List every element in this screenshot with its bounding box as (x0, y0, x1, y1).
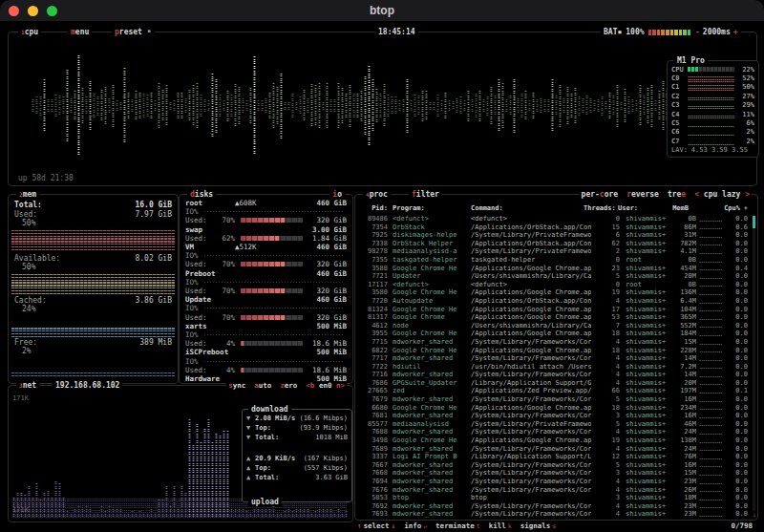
process-scrollbar-thumb[interactable] (753, 216, 756, 228)
tree-toggle[interactable]: tree (668, 190, 686, 199)
interval-minus-button[interactable]: - (695, 28, 700, 36)
cpu-sparkline (696, 371, 725, 379)
select-control[interactable]: ↑ select ↓ (357, 521, 395, 530)
user-cell: shivammis+ (620, 445, 669, 454)
process-row[interactable]: 89486<defunct><defunct>0shivammis+0B0.0 (359, 215, 748, 223)
process-row[interactable]: 6680Google Chrome He/Applications/Google… (359, 404, 748, 413)
cpu-graph-column (253, 56, 256, 154)
process-row[interactable]: 7722hdiutil/usr/bin/hdiutil attach /User… (359, 363, 748, 372)
process-box-title[interactable]: 4proc (363, 190, 391, 199)
cpu-box-title[interactable]: 1cpu (18, 28, 41, 36)
header-command[interactable]: Command: (465, 204, 584, 213)
process-row[interactable]: 7354OrbStack/Applications/OrbStack.app/C… (359, 223, 748, 232)
cpu-sparkline (696, 395, 725, 404)
cpu-graph-column (360, 89, 363, 121)
cpu-graph-column (517, 97, 520, 113)
header-pid[interactable]: Pid: (359, 204, 388, 213)
process-row[interactable]: 7720Autoupdate/Applications/OrbStack.app… (359, 297, 748, 306)
process-row[interactable]: 7668mdworker_shared/System/Library/Frame… (359, 469, 748, 478)
process-row[interactable]: 81317Google Chrome/Applications/Google C… (359, 313, 748, 322)
program-cell: mdworker_shared (388, 338, 465, 347)
per-core-toggle[interactable]: per-core (582, 190, 619, 199)
process-row[interactable]: 7721Updater/Users/shivammishra/Library/C… (359, 272, 748, 281)
network-box-title[interactable]: 3net (16, 381, 39, 390)
command-cell: /Applications/Zed Preview.app/Conten (465, 387, 591, 395)
process-row[interactable]: 7717mdworker_shared/System/Library/Frame… (359, 354, 748, 363)
mem-cell: 0B (669, 281, 696, 289)
cpu-cores-box: M1 Pro CPU22%C052%C150%C227%C329%C411%C5… (667, 60, 759, 158)
signals-button[interactable]: signalss (520, 521, 557, 530)
process-row[interactable]: 3498Google Chrome He/Applications/Google… (359, 436, 748, 445)
menu-button[interactable]: menu (68, 28, 92, 36)
reverse-toggle[interactable]: reverse (626, 190, 659, 199)
header-threads[interactable]: Threads: (584, 204, 612, 213)
program-cell: mediaanalysisd-a (388, 247, 465, 256)
process-row[interactable]: 7689mdworker_shared/System/Library/Frame… (359, 445, 748, 454)
net-graph-column (196, 423, 199, 517)
header-memb[interactable]: MemB (662, 204, 689, 213)
process-row[interactable]: 3588Google Chrome He/Applications/Google… (359, 265, 748, 273)
header-cpu[interactable]: Cpu% (717, 204, 740, 213)
process-row[interactable]: 3955Google Chrome He/Applications/Google… (359, 330, 748, 338)
process-row[interactable]: 7676mdworker_shared/System/Library/Frame… (359, 486, 748, 495)
cpu-graph-column (291, 93, 294, 117)
filter-button[interactable]: filter (409, 190, 442, 199)
threads-cell: 5 (591, 461, 620, 470)
process-row[interactable]: 81324Google Chrome He/Applications/Googl… (359, 306, 748, 314)
process-row[interactable]: 7681mdworker_shared/System/Library/Frame… (359, 412, 748, 420)
command-cell: /System/Library/Frameworks/CoreServi (465, 445, 591, 454)
preset-button[interactable]: preset • (112, 28, 155, 36)
terminate-button[interactable]: terminatet (435, 521, 480, 530)
mem-cell: 136M (669, 288, 696, 297)
scroll-down-icon[interactable]: ↓ (753, 511, 756, 519)
sync-toggle[interactable]: sync (228, 381, 245, 390)
user-cell: root (620, 256, 669, 265)
process-row[interactable]: 7688mdworker_shared/System/Library/Frame… (359, 428, 748, 436)
process-row[interactable]: 3337Logi AI Prompt B/Library/Application… (359, 453, 748, 461)
net-graph-column (146, 513, 149, 517)
zero-toggle[interactable]: zero (280, 381, 297, 390)
process-row[interactable]: 4612node/Users/shivammishra/Library/Cach… (359, 322, 748, 330)
process-row[interactable]: 7694mdworker_shared/System/Library/Frame… (359, 478, 748, 486)
cpu-graph-column (601, 95, 604, 116)
cpu-graph-column (414, 94, 416, 117)
process-row[interactable]: 7355taskgated-helpertaskgated-helper0roo… (359, 256, 748, 265)
cpu-cell: 0.0 (725, 231, 748, 240)
threads-cell: 15 (591, 223, 620, 232)
process-row[interactable]: 85577mediaanalysisd/System/Library/Priva… (359, 420, 748, 429)
disk-used-bar (241, 315, 303, 320)
cpu-cell: 0.6 (725, 223, 748, 232)
memory-box-title[interactable]: 2mem (16, 190, 39, 199)
info-button[interactable]: info↵ (404, 521, 427, 530)
cpu-graph-column (245, 99, 248, 111)
process-row[interactable]: 7679mdworker_shared/System/Library/Frame… (359, 395, 748, 404)
auto-toggle[interactable]: auto (254, 381, 271, 390)
process-scrollbar-track[interactable] (753, 215, 756, 515)
header-user[interactable]: User: (612, 204, 662, 213)
process-row[interactable]: 7716mdworker_shared/System/Library/Frame… (359, 371, 748, 379)
process-row[interactable]: 98278mediaanalysisd-a/System/Library/Pri… (359, 247, 748, 256)
disks-box-title[interactable]: disks (187, 190, 216, 199)
header-program[interactable]: Program: (388, 204, 465, 213)
interval-plus-button[interactable]: + (733, 28, 738, 36)
interface-selector[interactable]: <b en0 n> (306, 381, 345, 390)
process-row[interactable]: 27665zed/Applications/Zed Preview.app/Co… (359, 387, 748, 395)
core-row: C329% (668, 101, 758, 110)
process-row[interactable]: 6822Google Chrome He/Applications/Google… (359, 347, 748, 355)
disks-io-toggle[interactable]: io (329, 190, 345, 199)
process-row[interactable]: 7667mdworker_shared/System/Library/Frame… (359, 461, 748, 470)
process-row[interactable]: 7925diskimages-helpe/System/Library/Priv… (359, 231, 748, 240)
battery-icon: ▪ (617, 28, 622, 36)
process-row[interactable]: 7338OrbStack Helper/Applications/OrbStac… (359, 240, 748, 248)
process-row[interactable]: 7715mdworker_shared/System/Library/Frame… (359, 338, 748, 347)
process-row[interactable]: 7692mdworker_shared/System/Library/Frame… (359, 502, 748, 511)
net-graph-column (81, 509, 84, 517)
process-row[interactable]: 17117<defunct><defunct>0root0B0.0 (359, 281, 748, 289)
process-row[interactable]: 5853btopbtop3shivammis+18M0.0 (359, 494, 748, 502)
sort-selector[interactable]: < cpu lazy > (694, 190, 750, 199)
process-row[interactable]: 7686GPGSuite_Updater/Library/Application… (359, 379, 748, 388)
process-row[interactable]: 7693mdworker_shared/System/Library/Frame… (359, 510, 748, 519)
process-row[interactable]: 3580Google Chrome He/Applications/Google… (359, 288, 748, 297)
kill-button[interactable]: killk (489, 521, 512, 530)
cpu-graph-column (578, 95, 581, 116)
